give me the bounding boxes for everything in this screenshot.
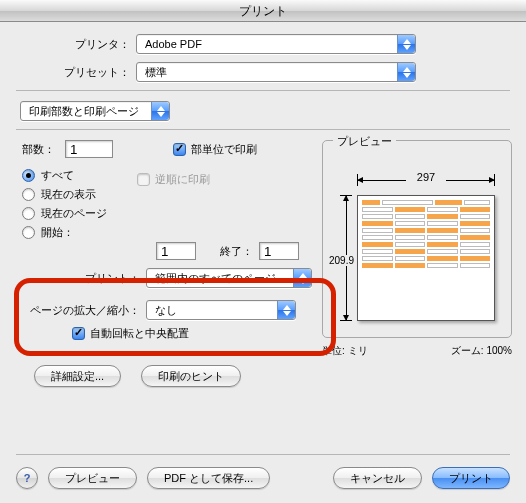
hint-button[interactable]: 印刷のヒント <box>141 365 241 387</box>
cancel-button[interactable]: キャンセル <box>333 467 422 489</box>
radio-icon <box>22 207 35 220</box>
reverse-checkbox[interactable]: 逆順に印刷 <box>137 172 210 187</box>
save-as-pdf-button[interactable]: PDF として保存... <box>147 467 270 489</box>
divider <box>16 90 510 91</box>
print-pages-label: プリント： <box>16 271 146 286</box>
print-pages-select[interactable]: 範囲内のすべてのページ <box>146 268 312 288</box>
updown-arrows-icon <box>397 63 415 81</box>
page-thumbnail <box>357 195 495 321</box>
checkbox-icon <box>137 173 150 186</box>
divider <box>16 454 510 455</box>
radio-icon <box>22 188 35 201</box>
unit-label: 単位: ミリ <box>322 344 368 358</box>
preview-panel: プレビュー 297 209.9 <box>322 140 512 387</box>
auto-rotate-checkbox[interactable]: 自動回転と中央配置 <box>72 326 189 341</box>
range-start-radio[interactable]: 開始： <box>22 225 107 240</box>
svg-marker-9 <box>283 311 291 316</box>
reverse-label: 逆順に印刷 <box>155 172 210 187</box>
window-title: プリント <box>239 4 287 18</box>
svg-marker-4 <box>157 106 165 111</box>
dimension-width: 297 <box>357 171 495 189</box>
section-value: 印刷部数と印刷ページ <box>29 104 139 119</box>
copies-label: 部数： <box>22 142 55 157</box>
range-to-input[interactable] <box>259 242 299 260</box>
print-button[interactable]: プリント <box>432 467 510 489</box>
window-titlebar: プリント <box>0 0 526 22</box>
range-current-view-radio[interactable]: 現在の表示 <box>22 187 107 202</box>
range-to-label: 終了： <box>220 244 253 259</box>
updown-arrows-icon <box>151 102 169 120</box>
preset-label: プリセット： <box>16 65 136 80</box>
preview-legend: プレビュー <box>333 134 396 149</box>
scaling-value: なし <box>155 303 177 318</box>
svg-marker-1 <box>403 45 411 50</box>
range-start-label: 開始： <box>41 225 74 240</box>
svg-marker-2 <box>403 67 411 72</box>
checkbox-icon <box>173 143 186 156</box>
section-select[interactable]: 印刷部数と印刷ページ <box>20 101 170 121</box>
radio-icon <box>22 169 35 182</box>
preview-button[interactable]: プレビュー <box>48 467 137 489</box>
preset-value: 標準 <box>145 65 167 80</box>
range-all-label: すべて <box>41 168 74 183</box>
dimension-height: 209.9 <box>337 195 355 321</box>
range-current-page-label: 現在のページ <box>41 206 107 221</box>
auto-rotate-label: 自動回転と中央配置 <box>90 326 189 341</box>
range-all-radio[interactable]: すべて <box>22 168 107 183</box>
updown-arrows-icon <box>293 269 311 287</box>
advanced-button[interactable]: 詳細設定... <box>34 365 121 387</box>
range-from-input[interactable] <box>156 242 196 260</box>
range-current-view-label: 現在の表示 <box>41 187 96 202</box>
svg-marker-0 <box>403 39 411 44</box>
svg-marker-3 <box>403 73 411 78</box>
preset-select[interactable]: 標準 <box>136 62 416 82</box>
print-pages-value: 範囲内のすべてのページ <box>155 271 276 286</box>
help-button[interactable]: ? <box>16 467 38 489</box>
scaling-select[interactable]: なし <box>146 300 296 320</box>
divider <box>16 129 510 130</box>
zoom-label: ズーム: 100% <box>451 344 512 358</box>
updown-arrows-icon <box>397 35 415 53</box>
radio-icon <box>22 226 35 239</box>
printer-select[interactable]: Adobe PDF <box>136 34 416 54</box>
preview-canvas: 297 209.9 <box>333 167 501 327</box>
printer-label: プリンタ： <box>16 37 136 52</box>
svg-marker-7 <box>299 279 307 284</box>
svg-marker-6 <box>299 273 307 278</box>
collate-label: 部単位で印刷 <box>191 142 257 157</box>
range-current-page-radio[interactable]: 現在のページ <box>22 206 107 221</box>
print-dialog-sheet: プリンタ： Adobe PDF プリセット： 標準 印刷部数と印刷ページ <box>0 22 526 503</box>
scaling-label: ページの拡大／縮小： <box>16 303 146 318</box>
checkbox-icon <box>72 327 85 340</box>
copies-input[interactable] <box>65 140 113 158</box>
svg-marker-5 <box>157 112 165 117</box>
svg-marker-8 <box>283 305 291 310</box>
collate-checkbox[interactable]: 部単位で印刷 <box>173 142 257 157</box>
updown-arrows-icon <box>277 301 295 319</box>
printer-value: Adobe PDF <box>145 38 202 50</box>
